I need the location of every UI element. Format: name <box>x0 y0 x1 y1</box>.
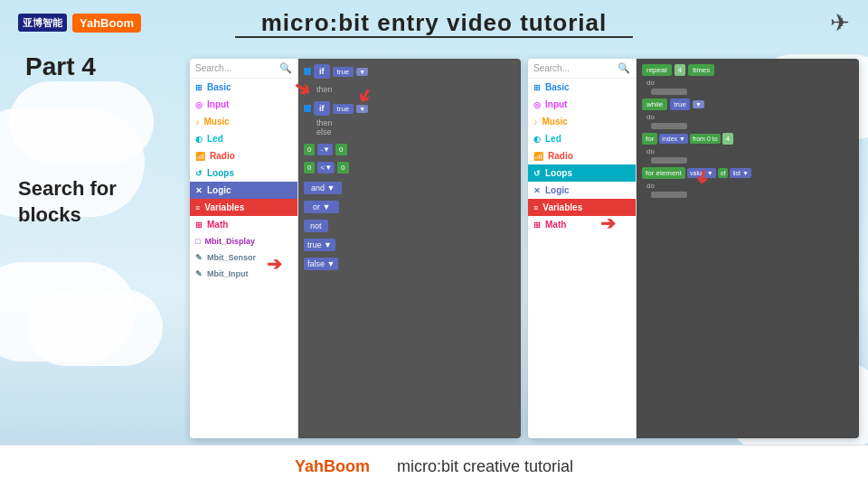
footer-title: micro:bit creative tutorial <box>397 457 573 476</box>
panel1-search-icon: 🔍 <box>279 62 292 74</box>
red-arrow-loops: ➔ <box>600 212 616 234</box>
panel2-sidebar: Search... 🔍 ⊞ Basic ◎ Input ♪ Music ◐ <box>528 59 637 438</box>
times-block: times <box>688 64 714 76</box>
while-block: while <box>642 99 667 110</box>
panel1-search-input[interactable]: Search... <box>195 63 276 73</box>
logo-chinese: 亚博智能 <box>18 14 67 32</box>
mbit-input-icon: ✎ <box>195 269 203 278</box>
panel2-cat-led[interactable]: ◐ Led <box>528 130 636 147</box>
block-and: and ▼ <box>304 182 342 194</box>
panel1-cat-basic[interactable]: ⊞ Basic <box>190 79 297 96</box>
compare2-row: 0 <▼ 0 <box>304 162 515 174</box>
block-true-val: true <box>333 67 354 77</box>
do-text-4: do <box>646 182 854 190</box>
panel2-cat-variables[interactable]: ≡ Variables <box>528 199 636 216</box>
p2-math-icon: ⊞ <box>533 221 541 230</box>
panel2-wrapper: Search... 🔍 ⊞ Basic ◎ Input ♪ Music ◐ <box>528 59 859 438</box>
panel2-cat-math[interactable]: ⊞ Math <box>528 216 636 233</box>
basic-icon: ⊞ <box>195 83 203 92</box>
panel1-cat-loops[interactable]: ↺ Loops <box>190 164 297 182</box>
panel1-blocks: if true ▼ then ➔ if true ▼ then els <box>298 59 521 438</box>
true-row: true ▼ <box>304 239 515 251</box>
footer: YahBoom micro:bit creative tutorial <box>0 445 868 488</box>
panel1-cat-mbit-display[interactable]: □ Mbit_Display <box>190 233 297 249</box>
block-true: true ▼ <box>304 239 335 251</box>
do-placeholder-1 <box>651 89 687 95</box>
compare1-row: 0 -▼ 0 <box>304 144 515 155</box>
panel2-search-input[interactable]: Search... <box>533 63 614 73</box>
panel1-cat-logic[interactable]: ✕ Logic <box>190 182 297 199</box>
panel1-cat-math[interactable]: ⊞ Math <box>190 216 297 233</box>
index-badge: index ▼ <box>659 134 688 144</box>
panel1: Search... 🔍 ⊞ Basic ◎ Input ♪ Music ◐ <box>190 59 521 438</box>
for-block: for <box>642 133 657 145</box>
block-dropdown-1: ▼ <box>356 68 368 76</box>
block-false: false ▼ <box>304 258 338 270</box>
list-badge: list ▼ <box>730 168 750 178</box>
loops-icon: ↺ <box>195 169 203 178</box>
input-icon: ◎ <box>195 100 203 109</box>
math-icon: ⊞ <box>195 221 203 230</box>
led-icon: ◐ <box>195 135 203 144</box>
do-text-1: do <box>646 79 854 87</box>
block-then: then <box>316 85 515 94</box>
for-index-row: for index ▼ from 0 to 4 <box>642 133 854 145</box>
num-0-4: 0 <box>337 162 348 174</box>
panel2: Search... 🔍 ⊞ Basic ◎ Input ♪ Music ◐ <box>528 59 859 438</box>
search-for-blocks-label: Search for blocks <box>18 176 117 228</box>
p2-loops-icon: ↺ <box>533 169 541 178</box>
num-0-3: 0 <box>304 162 315 174</box>
panel2-cat-music[interactable]: ♪ Music <box>528 113 636 130</box>
panel1-search[interactable]: Search... 🔍 <box>190 59 297 79</box>
p2-basic-icon: ⊞ <box>533 83 541 92</box>
num-0-2: 0 <box>335 144 346 155</box>
false-row: false ▼ <box>304 258 515 270</box>
logic-icon: ✕ <box>195 186 203 195</box>
music-icon: ♪ <box>195 117 200 127</box>
mbit-sensor-icon: ✎ <box>195 253 203 262</box>
block-if-row: if true ▼ <box>304 64 515 79</box>
not-row: not <box>304 220 515 232</box>
panel1-cat-radio[interactable]: 📶 Radio <box>190 147 297 164</box>
part-label: Part 4 <box>25 52 96 81</box>
block-then2: then <box>316 118 515 127</box>
panel2-cat-basic[interactable]: ⊞ Basic <box>528 79 636 96</box>
yahboom-logo: YahBoom <box>72 14 141 33</box>
panel1-cat-input[interactable]: ◎ Input <box>190 96 297 113</box>
op-less: <▼ <box>317 162 335 174</box>
panel1-sidebar: Search... 🔍 ⊞ Basic ◎ Input ♪ Music ◐ <box>190 59 298 438</box>
p2-music-icon: ♪ <box>533 117 538 127</box>
page-title: micro:bit entry video tutorial <box>261 9 608 37</box>
num-0-1: 0 <box>304 144 315 155</box>
panel1-wrapper: Search... 🔍 ⊞ Basic ◎ Input ♪ Music ◐ <box>190 59 521 438</box>
logo-area: 亚博智能 YahBoom <box>18 14 141 33</box>
panel2-search-icon: 🔍 <box>618 62 630 74</box>
repeat-block: repeat <box>642 64 672 76</box>
panel2-search[interactable]: Search... 🔍 <box>528 59 636 79</box>
header: 亚博智能 YahBoom micro:bit entry video tutor… <box>0 0 868 45</box>
panel2-cat-input[interactable]: ◎ Input <box>528 96 636 113</box>
panel2-cat-logic[interactable]: ✕ Logic <box>528 182 636 199</box>
while-dropdown: ▼ <box>693 100 704 108</box>
p2-input-icon: ◎ <box>533 100 541 109</box>
block-if2: if <box>314 101 330 116</box>
panel1-cat-variables[interactable]: ≡ Variables <box>190 199 297 216</box>
p2-vars-icon: ≡ <box>533 203 538 212</box>
cloud-left-2 <box>9 81 154 163</box>
true-badge: true <box>670 99 690 110</box>
do-placeholder-3 <box>651 157 687 164</box>
from-badge: from 0 to <box>690 134 721 144</box>
mbit-display-icon: □ <box>195 237 200 246</box>
panel2-cat-loops[interactable]: ↺ Loops <box>528 164 636 182</box>
panel2-cat-radio[interactable]: 📶 Radio <box>528 147 636 164</box>
p2-logic-icon: ✕ <box>533 186 541 195</box>
block-not: not <box>304 220 328 232</box>
panel1-cat-music[interactable]: ♪ Music <box>190 113 297 130</box>
panel2-blocks: repeat 4 times do while true ▼ do for in <box>637 59 859 438</box>
checkbox-if <box>304 68 311 75</box>
cloud-left-4 <box>27 289 163 366</box>
or-row: or ▼ <box>304 201 515 213</box>
block-true-val2: true <box>333 104 354 114</box>
block-if2-row: if true ▼ <box>304 101 515 116</box>
panel1-cat-led[interactable]: ◐ Led <box>190 130 297 147</box>
